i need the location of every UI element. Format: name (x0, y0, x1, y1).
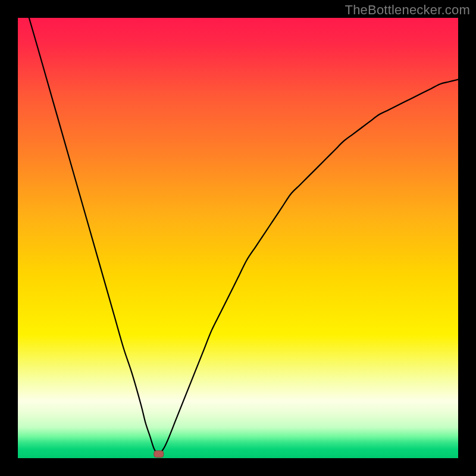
chart-frame: TheBottlenecker.com (0, 0, 476, 476)
optimal-point-marker (154, 451, 164, 458)
gradient-background (18, 18, 458, 458)
watermark-text: TheBottlenecker.com (345, 2, 470, 18)
plot-area (18, 18, 458, 458)
bottleneck-chart (18, 18, 458, 458)
